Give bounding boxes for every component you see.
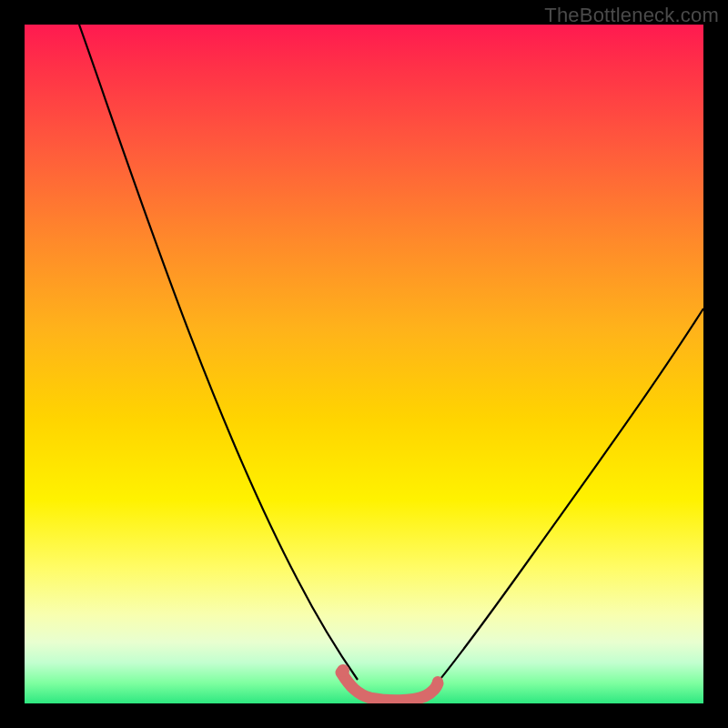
left-highlight-dot-icon [337, 664, 349, 677]
right-curve [432, 308, 703, 689]
right-highlight-dot-icon [432, 676, 443, 687]
curve-overlay [25, 25, 703, 703]
outer-frame: TheBottleneck.com [0, 0, 728, 728]
watermark-text: TheBottleneck.com [544, 4, 719, 27]
plot-area [25, 25, 703, 703]
left-curve [79, 25, 358, 680]
